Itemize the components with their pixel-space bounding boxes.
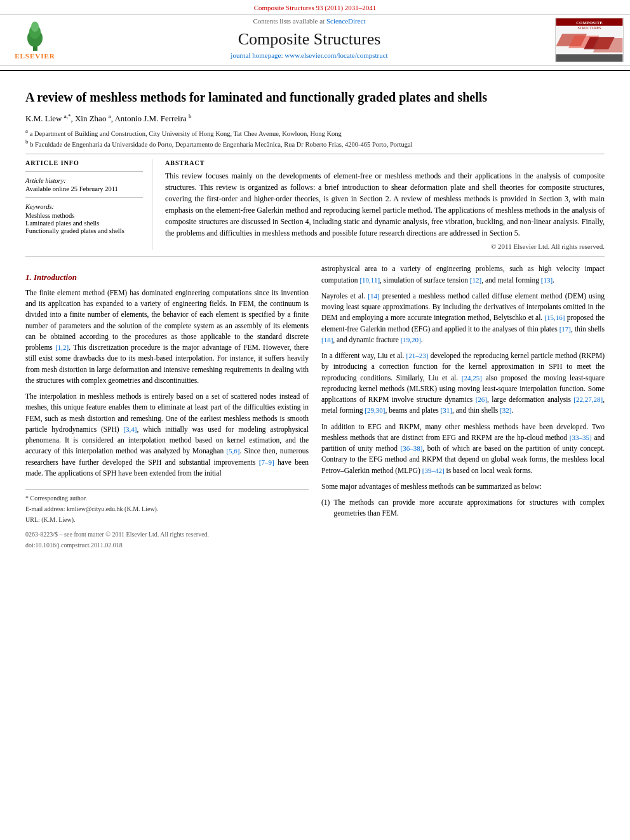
cite-17: [17] [560, 325, 571, 333]
cite-24-25: [24,25] [462, 374, 482, 382]
article-title: A review of meshless methods for laminat… [25, 89, 605, 105]
cite-5-6: [5,6] [226, 447, 239, 455]
para-right-5: Some major advantages of meshless method… [321, 481, 605, 492]
cite-22-27-28: [22,27,28] [573, 396, 603, 403]
elsevier-logo-block: ELSEVIER [6, 20, 64, 60]
para-2: The interpolation in meshless methods is… [25, 391, 309, 479]
main-two-col: 1. Introduction The finite element metho… [25, 263, 605, 550]
footer-issn: 0263-8223/$ – see front matter © 2011 El… [25, 530, 209, 539]
footnote-url: URL: (K.M. Liew). [25, 515, 309, 524]
cite-14: [14] [368, 292, 379, 300]
divider-1 [25, 154, 605, 154]
svg-point-3 [31, 22, 39, 32]
cite-7-9: [7–9] [259, 458, 274, 466]
available-online: Available online 25 February 2011 [25, 185, 143, 192]
elsevier-tree-icon [18, 20, 53, 52]
article-info-panel: ARTICLE INFO Article history: Available … [25, 159, 152, 250]
divider-info [25, 171, 143, 172]
authors-line: K.M. Liew a,*, Xin Zhao a, Antonio J.M. … [25, 113, 605, 124]
divider-keywords [25, 197, 143, 198]
affil-b: b b Faculdade de Engenharia da Universid… [25, 138, 605, 148]
page: Composite Structures 93 (2011) 2031–2041… [0, 0, 630, 840]
svg-rect-12 [556, 54, 623, 62]
svg-text:COMPOSITE: COMPOSITE [576, 20, 603, 25]
column-left: 1. Introduction The finite element metho… [25, 263, 309, 550]
composite-structures-logo: COMPOSITE STRUCTURES [555, 18, 624, 62]
para-right-3: In a different way, Liu et al. [21–23] d… [321, 350, 605, 417]
numbered-item-1: (1) The methods can provide more accurat… [321, 497, 605, 519]
cite-12: [12] [470, 276, 481, 284]
journal-logo-svg: COMPOSITE STRUCTURES [556, 18, 623, 62]
cite-33-35: [33–35] [570, 434, 592, 441]
homepage-link[interactable]: journal homepage: www.elsevier.com/locat… [231, 51, 387, 59]
cite-36-38: [36–38] [401, 444, 423, 452]
keyword-1: Meshless methods [25, 212, 143, 219]
cite-39-42: [39–42] [422, 467, 445, 474]
divider-body [25, 257, 605, 257]
affil-a: a a Department of Building and Construct… [25, 128, 605, 137]
cite-26: [26] [476, 396, 487, 403]
keyword-2: Laminated plates and shells [25, 220, 143, 227]
elsevier-label: ELSEVIER [15, 52, 55, 60]
column-right: astrophysical area to a variety of engin… [321, 263, 605, 550]
journal-title: Composite Structures [238, 25, 381, 51]
footer-bottom: 0263-8223/$ – see front matter © 2011 El… [25, 530, 309, 539]
cite-10-11: [10,11] [359, 276, 380, 284]
cite-29-30: [29,30] [365, 406, 385, 414]
sciencedirect-link[interactable]: ScienceDirect [326, 17, 366, 25]
abstract-text: This review focuses mainly on the develo… [165, 170, 605, 239]
section-1-heading: 1. Introduction [25, 271, 309, 284]
author-sup-a: a,* [64, 113, 71, 119]
footnote-email: E-mail address: kmliew@cityu.edu.hk (K.M… [25, 504, 309, 514]
header-center: Contents lists available at ScienceDirec… [64, 17, 555, 63]
abstract-title: ABSTRACT [165, 159, 605, 166]
journal-header: Composite Structures 93 (2011) 2031–2041… [0, 0, 630, 71]
journal-top-bar: ELSEVIER Contents lists available at Sci… [0, 14, 630, 66]
cite-1-2: [1,2] [55, 343, 69, 351]
cite-32: [32] [500, 406, 511, 414]
affiliations: a a Department of Building and Construct… [25, 128, 605, 147]
footer-doi: doi:10.1016/j.compstruct.2011.02.018 [25, 540, 309, 550]
journal-homepage: journal homepage: www.elsevier.com/locat… [231, 51, 387, 63]
article-info-abstract: ARTICLE INFO Article history: Available … [25, 159, 605, 250]
contents-link: Contents lists available at ScienceDirec… [253, 17, 365, 25]
author-sup-a2: a [109, 113, 111, 119]
para-right-2: Nayroles et al. [14] presented a meshles… [321, 291, 605, 345]
item-number-1: (1) [321, 497, 330, 519]
cite-19-20: [19,20] [401, 336, 421, 343]
author-sup-b: b [189, 113, 192, 119]
para-1: The finite element method (FEM) has domi… [25, 288, 309, 386]
para-right-4: In addition to EFG and RKPM, many other … [321, 422, 605, 476]
svg-text:STRUCTURES: STRUCTURES [577, 26, 601, 30]
copyright: © 2011 Elsevier Ltd. All rights reserved… [165, 243, 605, 250]
article-footnotes: * Corresponding author. E-mail address: … [25, 489, 309, 524]
cite-21-23: [21–23] [406, 352, 429, 359]
cite-15-16: [15,16] [544, 314, 565, 321]
keywords-label: Keywords: [25, 203, 143, 210]
cite-3-4: [3,4] [123, 425, 137, 433]
item-text-1: The methods can provide more accurate ap… [333, 497, 605, 519]
para-right-1: astrophysical area to a variety of engin… [321, 263, 605, 286]
cite-31: [31] [441, 406, 452, 414]
history-label: Article history: [25, 177, 143, 184]
article-body: A review of meshless methods for laminat… [0, 74, 630, 556]
cite-18: [18] [321, 336, 333, 343]
abstract-panel: ABSTRACT This review focuses mainly on t… [165, 159, 605, 250]
journal-citation: Composite Structures 93 (2011) 2031–2041 [0, 0, 630, 14]
cite-13: [13] [541, 276, 553, 284]
keyword-3: Functionally graded plates and shells [25, 227, 143, 234]
article-info-title: ARTICLE INFO [25, 159, 143, 166]
footnote-corresponding: * Corresponding author. [25, 493, 309, 503]
